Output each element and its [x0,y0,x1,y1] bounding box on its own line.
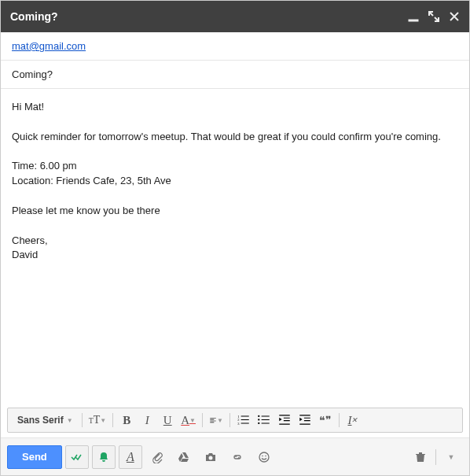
bottom-toolbar: Send A ▼ [1,437,469,475]
indent-less-button[interactable] [275,411,294,430]
emoji-icon[interactable] [252,445,276,469]
quote-button[interactable]: ❝❞ [316,411,335,430]
formatting-toolbar: Sans Serif▼ TT ▼ B I U A ▼ ▼ 123 ❝❞ I✕ [7,408,463,433]
drive-icon[interactable] [172,445,196,469]
compose-window: Coming? mat@gmail.com Coming? Hi Mat! Qu… [0,0,470,476]
expand-icon[interactable] [428,11,439,22]
chevron-down-icon: ▼ [448,453,455,461]
subject-field[interactable]: Coming? [1,61,469,89]
align-button[interactable]: ▼ [207,411,226,430]
recipient-chip[interactable]: mat@gmail.com [12,40,86,52]
svg-point-6 [258,422,259,424]
to-field[interactable]: mat@gmail.com [1,32,469,61]
minimize-icon[interactable] [408,11,419,22]
attach-icon[interactable] [145,445,169,469]
chevron-down-icon: ▼ [217,417,223,424]
font-family-select[interactable]: Sans Serif▼ [13,415,78,426]
svg-point-9 [262,455,263,456]
clear-format-button[interactable]: I✕ [343,411,362,430]
indent-more-button[interactable] [296,411,314,430]
message-body[interactable]: Hi Mat! Quick reminder for tomorrow's me… [1,89,469,408]
font-size-button[interactable]: TT ▼ [86,411,109,430]
send-button[interactable]: Send [7,445,62,469]
camera-icon[interactable] [199,445,222,469]
close-icon[interactable] [449,11,460,22]
text-color-button[interactable]: A ▼ [178,411,198,430]
window-title: Coming? [10,10,398,23]
svg-rect-0 [409,20,418,21]
numbered-list-button[interactable]: 123 [234,411,253,430]
bullet-list-button[interactable] [255,411,274,430]
svg-point-10 [265,455,266,456]
tracking-icon[interactable] [65,445,89,469]
underline-button[interactable]: U [158,411,177,430]
italic-button[interactable]: I [138,411,156,430]
chevron-down-icon: ▼ [100,417,106,424]
link-icon[interactable] [226,445,249,469]
trash-icon[interactable] [409,445,432,469]
bold-button[interactable]: B [117,411,136,430]
svg-point-5 [258,419,259,420]
svg-point-7 [208,456,212,459]
chevron-down-icon: ▼ [189,417,196,424]
svg-point-8 [259,452,269,462]
more-options-button[interactable]: ▼ [439,445,463,469]
titlebar: Coming? [1,1,469,32]
svg-text:3: 3 [237,422,240,426]
svg-point-4 [258,415,259,417]
subject-text: Coming? [12,68,53,80]
chevron-down-icon: ▼ [67,417,73,424]
reminder-icon[interactable] [92,445,116,469]
format-toggle-button[interactable]: A [119,445,142,469]
